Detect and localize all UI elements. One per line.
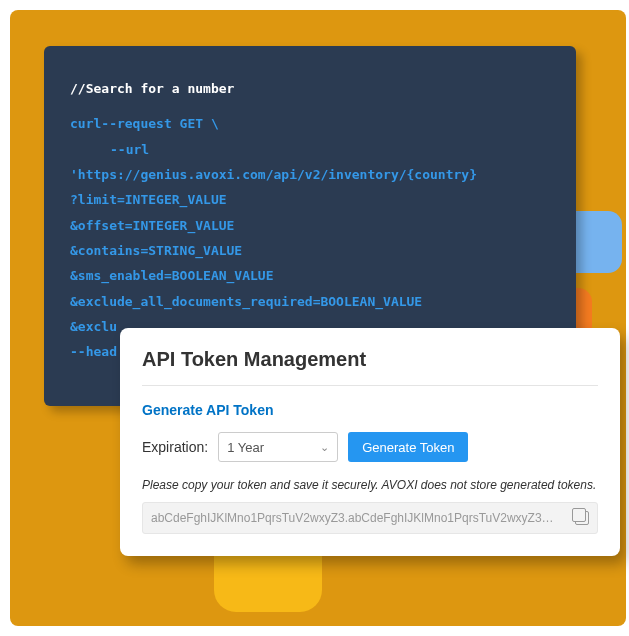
token-value: abCdeFghIJKlMno1PqrsTuV2wxyZ3.abCdeFghIJ… <box>151 511 567 525</box>
card-title: API Token Management <box>142 348 598 386</box>
code-line: &offset=INTEGER_VALUE <box>70 213 550 238</box>
expiration-label: Expiration: <box>142 439 208 455</box>
generate-token-button[interactable]: Generate Token <box>348 432 468 462</box>
token-display: abCdeFghIJKlMno1PqrsTuV2wxyZ3.abCdeFghIJ… <box>142 502 598 534</box>
canvas-background: //Search for a number curl--request GET … <box>10 10 626 626</box>
generate-api-token-link[interactable]: Generate API Token <box>142 402 598 418</box>
chevron-down-icon: ⌄ <box>320 441 329 454</box>
code-line: 'https://genius.avoxi.com/api/v2/invento… <box>70 162 550 187</box>
code-line: &exclude_all_documents_required=BOOLEAN_… <box>70 289 550 314</box>
expiration-value: 1 Year <box>227 440 264 455</box>
code-line: ?limit=INTEGER_VALUE <box>70 187 550 212</box>
code-line: --url <box>70 137 550 162</box>
token-note: Please copy your token and save it secur… <box>142 478 598 492</box>
code-comment: //Search for a number <box>70 76 550 101</box>
expiration-row: Expiration: 1 Year ⌄ Generate Token <box>142 432 598 462</box>
code-line: &sms_enabled=BOOLEAN_VALUE <box>70 263 550 288</box>
code-line: &contains=STRING_VALUE <box>70 238 550 263</box>
api-token-card: API Token Management Generate API Token … <box>120 328 620 556</box>
expiration-select[interactable]: 1 Year ⌄ <box>218 432 338 462</box>
copy-icon[interactable] <box>575 511 589 525</box>
code-line: curl--request GET \ <box>70 111 550 136</box>
